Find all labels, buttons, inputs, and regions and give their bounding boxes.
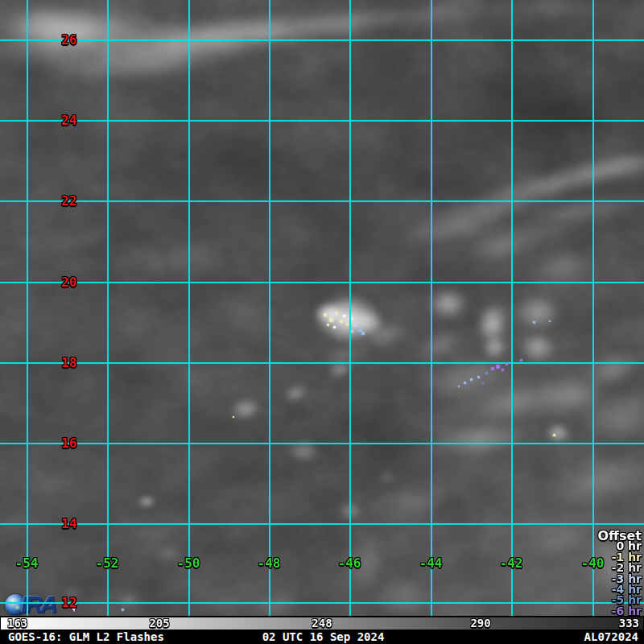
lon-label: -42 — [490, 555, 532, 571]
lat-label: 22 — [55, 193, 84, 208]
lat-label: 24 — [55, 113, 84, 128]
lat-label: 12 — [55, 595, 84, 610]
colorbar-tick: 290 — [470, 617, 490, 630]
lat-label: 16 — [55, 436, 84, 451]
colorbar-tick: 163 — [7, 617, 27, 630]
lat-label: 20 — [55, 275, 84, 290]
status-bar: GOES-16: GLM L2 Flashes 02 UTC 16 Sep 20… — [0, 630, 644, 644]
lat-label: 18 — [55, 355, 84, 370]
brightness-colorbar: 163205248290333 — [0, 616, 644, 630]
colorbar-tick: 205 — [149, 617, 169, 630]
product-label: GOES-16: GLM L2 Flashes — [0, 630, 262, 643]
lon-label: -52 — [86, 555, 128, 571]
lon-label: -54 — [6, 555, 47, 571]
colorbar-tick: 248 — [312, 617, 332, 630]
lon-label: -46 — [328, 555, 370, 571]
colorbar-tick: 333 — [619, 617, 639, 630]
lon-label: -48 — [248, 555, 290, 571]
timestamp: 02 UTC 16 Sep 2024 — [262, 630, 385, 643]
offset-legend: Offset 0 hr-1 hr-2 hr-3 hr-4 hr-5 hr-6 h… — [597, 530, 642, 617]
satellite-image: IRA 2624222018161412-54-52-50-48-46-44-4… — [0, 0, 644, 617]
goes-glm-viewer: IRA 2624222018161412-54-52-50-48-46-44-4… — [0, 0, 644, 644]
latlon-labels: 2624222018161412-54-52-50-48-46-44-42-40 — [0, 0, 644, 617]
lon-label: -50 — [167, 555, 209, 571]
lat-label: 14 — [55, 516, 84, 531]
lon-label: -44 — [410, 555, 452, 571]
storm-id: AL072024 — [384, 630, 644, 643]
lat-label: 26 — [55, 32, 84, 47]
